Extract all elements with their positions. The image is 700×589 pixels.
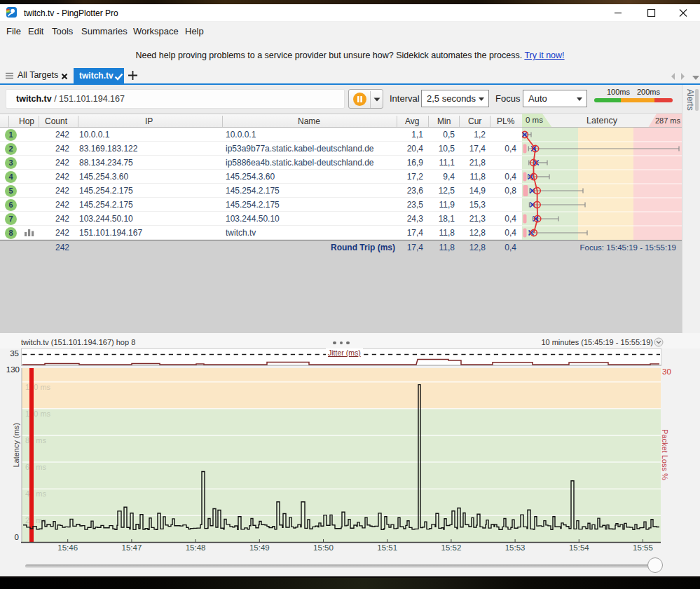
svg-text:120 ms: 120 ms xyxy=(25,383,51,391)
svg-text:60 ms: 60 ms xyxy=(25,463,46,471)
svg-text:15:51: 15:51 xyxy=(377,543,397,552)
svg-text:15:55: 15:55 xyxy=(633,543,653,552)
svg-text:15:49: 15:49 xyxy=(249,543,270,552)
svg-text:15:50: 15:50 xyxy=(313,543,334,552)
svg-text:40 ms: 40 ms xyxy=(25,489,46,498)
svg-text:80 ms: 80 ms xyxy=(25,436,46,445)
svg-text:15:46: 15:46 xyxy=(57,543,78,552)
svg-text:15:47: 15:47 xyxy=(122,543,142,552)
svg-text:15:48: 15:48 xyxy=(186,543,206,552)
svg-text:15:54: 15:54 xyxy=(569,543,589,552)
svg-text:15:53: 15:53 xyxy=(505,543,526,552)
svg-text:100 ms: 100 ms xyxy=(25,409,51,418)
svg-text:15:52: 15:52 xyxy=(441,543,462,552)
